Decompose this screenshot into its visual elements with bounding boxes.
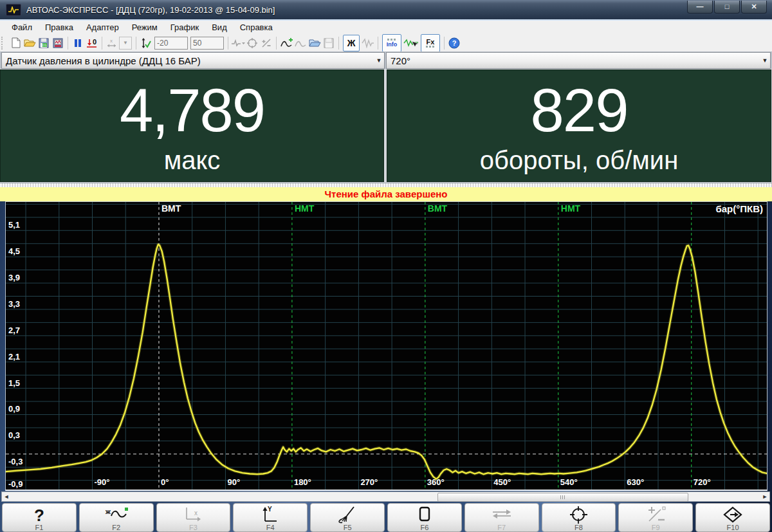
chevron-down-icon: ▼ (760, 57, 770, 64)
remove-curve-icon (293, 36, 308, 50)
f4-yaxis-button[interactable]: Y F4 (233, 503, 308, 532)
toolbar-separator (338, 37, 339, 50)
offset-input[interactable] (154, 37, 188, 50)
relative-scale-icon (259, 36, 273, 50)
open-file-icon[interactable] (23, 36, 37, 50)
svg-text:630°: 630° (627, 477, 644, 487)
svg-text:540°: 540° (560, 477, 578, 487)
bold-trace-button[interactable]: Ж (343, 35, 360, 51)
stop-square-icon (388, 506, 461, 524)
f6-stop-button[interactable]: F6 (387, 503, 462, 532)
x-scale-icon: x (105, 36, 119, 50)
info-button-label: Info (387, 41, 398, 48)
signal-zh-icon: ж (80, 506, 153, 524)
channel-select-value: Датчик давления в цилиндре (ДДЦ 16 БАР) (2, 55, 374, 66)
toolbar-grip (1, 37, 6, 50)
gain-input[interactable] (190, 37, 224, 50)
history-dropdown[interactable]: ▼ (119, 37, 132, 50)
svg-text:5,1: 5,1 (8, 220, 20, 230)
fx-button-label: Fx (427, 38, 435, 46)
f1-help-button[interactable]: ? F1 (2, 503, 77, 532)
toolbar-separator (68, 37, 68, 50)
progress-strip (0, 183, 772, 187)
f2-signal-button[interactable]: ж F2 (79, 503, 154, 532)
toolbar: 01 0 x ▼ Ж (0, 34, 772, 52)
toolbar-separator (444, 37, 445, 50)
bottom-bar: ◄ ► ? F1 ж F2 x F3 Y F4 F5 (0, 489, 772, 532)
fx-button[interactable]: Fx (421, 34, 440, 52)
f10-exit-button[interactable]: F10 (695, 503, 770, 532)
sweep-select[interactable]: 720° ▼ (386, 52, 771, 69)
svg-text:90°: 90° (227, 477, 240, 487)
exit-diamond-icon (696, 506, 769, 525)
pressure-waveform-plot[interactable]: ВМТНМТВМТНМТ-90°0°90°180°270°360°450°540… (6, 202, 767, 490)
function-buttons: ? F1 ж F2 x F3 Y F4 F5 F6 (2, 503, 770, 532)
svg-text:270°: 270° (360, 477, 378, 487)
new-file-icon[interactable] (8, 36, 23, 50)
svg-text:-0,9: -0,9 (8, 479, 23, 489)
scroll-left-icon[interactable]: ◄ (3, 493, 10, 500)
svg-text:0°: 0° (161, 477, 169, 487)
max-pressure-value: 4,789 (1, 79, 383, 142)
svg-text:x: x (110, 38, 113, 44)
svg-text:1,5: 1,5 (8, 378, 20, 388)
save-signal-icon[interactable]: 01 (37, 36, 51, 50)
menu-adapter[interactable]: Адаптер (80, 21, 125, 33)
svg-text:0,9: 0,9 (8, 404, 20, 414)
close-button[interactable]: ✕ (741, 1, 767, 14)
zero-level-icon[interactable]: 0 (85, 36, 99, 50)
toolbar-separator (228, 37, 228, 50)
chart-row: ВМТНМТВМТНМТ-90°0°90°180°270°360°450°540… (0, 201, 772, 489)
maximize-button[interactable]: □ (714, 1, 740, 14)
svg-text:НМТ: НМТ (295, 203, 315, 214)
svg-text:-0,3: -0,3 (8, 457, 23, 466)
menu-graph[interactable]: График (164, 21, 205, 33)
svg-text:x: x (194, 509, 198, 517)
f7-swap-button[interactable]: F7 (464, 503, 539, 532)
svg-text:2,7: 2,7 (8, 326, 20, 335)
compare-signals-icon (361, 36, 375, 50)
menu-mode[interactable]: Режим (125, 21, 164, 33)
scroll-right-icon[interactable]: ► (761, 493, 769, 500)
f9-adjust-button[interactable]: F9 (618, 503, 693, 532)
f3-xaxis-button[interactable]: x F3 (156, 503, 231, 532)
menu-bar: Файл Правка Адаптер Режим График Вид Спр… (0, 19, 772, 34)
cursor-measure-icon[interactable] (403, 36, 419, 50)
info-button[interactable]: Info (382, 34, 401, 52)
toolbar-separator (378, 37, 378, 50)
horizontal-scrollbar[interactable]: ◄ ► (1, 491, 770, 502)
svg-text:ж: ж (105, 508, 111, 515)
scrollbar-thumb[interactable] (437, 493, 688, 502)
svg-text:0: 0 (93, 38, 96, 46)
status-bar: Чтение файла завершено (0, 187, 772, 201)
menu-view[interactable]: Вид (205, 21, 234, 33)
channel-select[interactable]: Датчик давления в цилиндре (ДДЦ 16 БАР) … (1, 52, 385, 69)
x-axis-icon: x (157, 506, 230, 524)
svg-text:НМТ: НМТ (561, 203, 581, 214)
pressure-chart[interactable]: ВМТНМТВМТНМТ-90°0°90°180°270°360°450°540… (5, 201, 767, 491)
toolbar-separator (276, 37, 277, 50)
f8-crosshair-button[interactable]: F8 (542, 503, 616, 532)
save-image-icon[interactable] (51, 36, 65, 50)
clear-broom-icon (311, 506, 384, 525)
max-pressure-label: макс (1, 146, 383, 175)
pause-icon[interactable] (71, 36, 85, 50)
toolbar-separator (102, 37, 102, 50)
toolbar-separator (136, 37, 136, 50)
help-icon[interactable]: ? (447, 36, 461, 50)
menu-edit[interactable]: Правка (39, 21, 80, 33)
trigger-level-icon (231, 36, 245, 50)
svg-text:720°: 720° (694, 477, 711, 487)
y-autoscale-icon[interactable] (139, 36, 153, 50)
menu-file[interactable]: Файл (5, 21, 39, 33)
svg-text:ВМТ: ВМТ (428, 203, 448, 214)
y-axis-icon: Y (234, 506, 307, 524)
load-reference-icon[interactable] (308, 36, 322, 50)
window-title: АВТОАС-ЭКСПРЕСС - [ДДЦ (720гр), 19-02-20… (26, 5, 275, 15)
f5-clear-button[interactable]: F5 (310, 503, 385, 532)
menu-help[interactable]: Справка (234, 21, 279, 33)
svg-text:-90°: -90° (95, 477, 110, 487)
svg-text:0,3: 0,3 (8, 430, 20, 440)
minimize-button[interactable]: — (687, 1, 713, 14)
add-curve-icon[interactable] (279, 36, 293, 50)
